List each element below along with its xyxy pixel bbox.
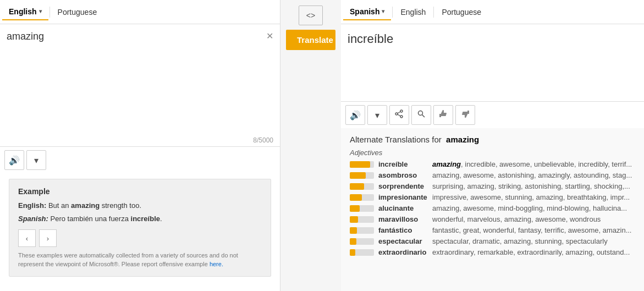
input-textarea[interactable]: amazing [7, 31, 273, 108]
svg-line-3 [398, 112, 400, 113]
right-lang-spanish-btn[interactable]: Spanish ▾ [343, 4, 391, 20]
right-thumbup-button[interactable] [433, 105, 453, 125]
example-nav: ‹ › [18, 229, 262, 247]
confidence-fill [350, 183, 364, 190]
confidence-fill [350, 238, 356, 245]
right-chevron-button[interactable]: ▾ [367, 105, 387, 125]
alt-translations-title: Alternate Translations for amazing [350, 135, 635, 144]
alt-category: Adjectives [350, 149, 635, 157]
example-spanish-text-after: . [160, 215, 162, 223]
right-lang-separator [392, 7, 393, 18]
input-text-wrapper: amazing ✕ [0, 24, 280, 136]
swap-icon: <> [306, 11, 315, 20]
alt-synonyms: amazing, incredible, awesome, unbelievab… [432, 160, 632, 168]
left-lang-bar: English ▾ Portuguese [0, 0, 280, 24]
alt-row: impresionanteimpressive, awesome, stunni… [350, 193, 635, 201]
translate-button[interactable]: Translate [286, 30, 335, 50]
right-speaker-icon: 🔊 [350, 110, 361, 120]
example-spanish-text-before: Pero también una fuerza [51, 215, 131, 223]
alt-row: alucinanteamazing, awesome, mind-bogglin… [350, 204, 635, 212]
confidence-fill [350, 161, 370, 168]
left-chevron-button[interactable]: ▾ [26, 150, 46, 170]
left-lang-portuguese-btn[interactable]: Portuguese [51, 4, 104, 20]
left-speaker-icon: 🔊 [9, 155, 20, 166]
example-prev-button[interactable]: ‹ [18, 229, 36, 247]
left-lang-english-btn[interactable]: English ▾ [2, 4, 48, 20]
right-share-button[interactable] [389, 105, 409, 125]
left-chevron-icon: ▾ [34, 155, 38, 166]
left-panel: English ▾ Portuguese amazing ✕ 8/5000 🔊 … [0, 0, 280, 291]
alt-synonyms: spectacular, dramatic, amazing, stunning… [432, 237, 608, 245]
swap-languages-button[interactable]: <> [299, 6, 323, 25]
confidence-fill [350, 227, 357, 234]
example-english-label: English: [18, 201, 46, 210]
example-next-button[interactable]: › [39, 229, 57, 247]
example-disclaimer-text: These examples were automatically collec… [18, 252, 238, 267]
clear-input-button[interactable]: ✕ [266, 31, 273, 41]
alt-word[interactable]: maravilloso [378, 215, 428, 223]
right-search-button[interactable] [411, 105, 431, 125]
alt-row: increíbleamazing, incredible, awesome, u… [350, 160, 635, 168]
example-title: Example [18, 187, 262, 196]
alt-title-word: amazing [446, 135, 479, 144]
example-english-bold: amazing [71, 201, 100, 210]
translation-output: increíble [341, 24, 644, 101]
right-panel: Spanish ▾ English Portuguese increíble 🔊… [341, 0, 644, 291]
alt-word[interactable]: alucinante [378, 204, 428, 212]
alt-word[interactable]: espectacular [378, 237, 428, 245]
alt-row: espectacularspectacular, dramatic, amazi… [350, 237, 635, 245]
confidence-fill [350, 194, 362, 201]
left-lang-separator [49, 7, 50, 18]
alt-synonyms: fantastic, great, wonderful, fantasy, te… [432, 226, 631, 234]
center-panel: <> Translate [280, 0, 341, 291]
alt-synonyms: amazing, awesome, astonishing, amazingly… [432, 171, 632, 179]
confidence-bar [350, 183, 374, 190]
alt-word[interactable]: increíble [378, 160, 428, 168]
alt-word[interactable]: extraordinario [378, 248, 428, 256]
confidence-bar [350, 194, 374, 201]
confidence-fill [350, 205, 360, 212]
alt-rows-container: increíbleamazing, incredible, awesome, u… [350, 160, 635, 256]
svg-line-4 [398, 114, 400, 116]
confidence-bar [350, 216, 374, 223]
right-search-icon [417, 109, 426, 120]
alt-word[interactable]: sorprendente [378, 182, 428, 190]
left-lang-chevron-icon: ▾ [39, 8, 42, 14]
alt-synonyms: surprising, amazing, striking, astonishi… [432, 182, 630, 190]
left-toolbar: 🔊 ▾ [0, 146, 280, 173]
right-lang-english-btn[interactable]: English [394, 4, 432, 20]
right-speaker-button[interactable]: 🔊 [345, 105, 365, 125]
confidence-bar [350, 238, 374, 245]
example-spanish-label: Spanish: [18, 215, 48, 223]
right-thumbup-icon [439, 109, 448, 120]
alt-translations-section: Alternate Translations for amazing Adjec… [341, 128, 644, 291]
alt-row: maravillosowonderful, marvelous, amazing… [350, 215, 635, 223]
right-lang-bar: Spanish ▾ English Portuguese [341, 0, 644, 24]
left-speaker-button[interactable]: 🔊 [4, 150, 24, 170]
right-lang-portuguese-btn[interactable]: Portuguese [435, 4, 488, 20]
left-lang-portuguese-label: Portuguese [58, 8, 97, 17]
example-english-text-before: But an [48, 201, 71, 210]
example-spanish-bold: increíble [131, 215, 160, 223]
confidence-bar [350, 249, 374, 256]
alt-row: sorprendentesurprising, amazing, strikin… [350, 182, 635, 190]
right-lang-separator2 [433, 7, 434, 18]
left-lang-english-label: English [9, 7, 37, 16]
example-disclaimer-link[interactable]: here. [210, 261, 223, 267]
example-english-text-after: strength too. [100, 201, 141, 210]
alt-row: extraordinarioextraordinary, remarkable,… [350, 248, 635, 256]
alt-word[interactable]: fantástico [378, 226, 428, 234]
confidence-fill [350, 249, 355, 256]
example-english-line: English: But an amazing strength too. [18, 200, 262, 211]
svg-point-1 [400, 116, 403, 118]
right-lang-spanish-label: Spanish [350, 7, 379, 16]
alt-row: fantásticofantastic, great, wonderful, f… [350, 226, 635, 234]
char-count: 8/5000 [0, 136, 280, 146]
alt-word[interactable]: asombroso [378, 171, 428, 179]
svg-point-0 [400, 110, 403, 112]
right-lang-english-label: English [400, 8, 426, 17]
alt-word[interactable]: impresionante [378, 193, 428, 201]
right-lang-portuguese-label: Portuguese [442, 8, 481, 17]
svg-point-2 [395, 113, 398, 115]
right-thumbdown-button[interactable] [455, 105, 475, 125]
